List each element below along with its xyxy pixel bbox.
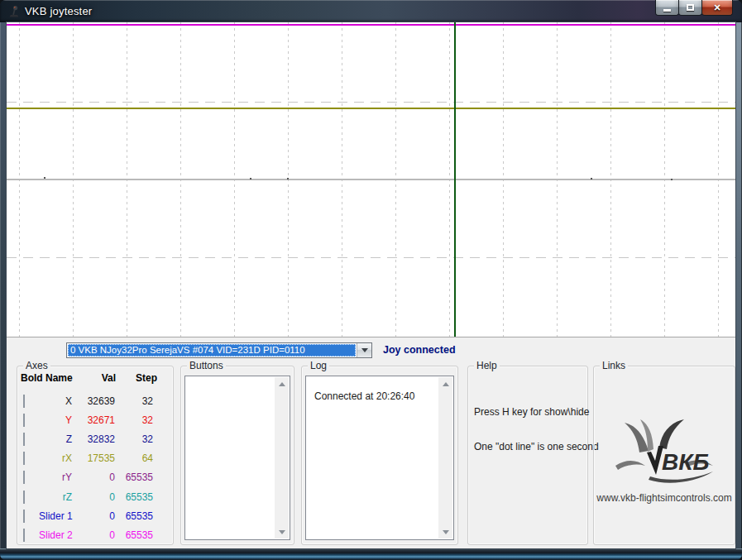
help-line-2: One "dot line" is one second (474, 441, 599, 452)
links-group-title: Links (600, 360, 628, 371)
axis-step: 32 (115, 395, 153, 407)
connection-status: Joy connected (383, 344, 456, 356)
axis-step: 32 (115, 433, 153, 445)
buttons-group-title: Buttons (187, 360, 226, 371)
axis-name: Slider 1 (39, 510, 72, 522)
log-list[interactable]: Connected at 20:26:40 (305, 376, 454, 540)
axes-table-header: Bold Name Val Step (17, 372, 173, 384)
col-header-bold: Bold (17, 372, 43, 384)
close-button[interactable]: ✕ (701, 0, 733, 16)
axis-step: 64 (115, 452, 153, 464)
axis-value: 32671 (72, 414, 115, 426)
axis-name: rZ (39, 491, 72, 503)
scroll-down-icon[interactable] (438, 525, 452, 538)
buttons-list-scrollbar[interactable] (275, 377, 289, 538)
axis-name: rY (39, 471, 72, 483)
axes-table-row: rY 0 65535 (17, 468, 173, 487)
quarter-grid-line (7, 257, 735, 258)
trace-jitter-dot (250, 178, 251, 179)
bold-checkbox[interactable] (23, 395, 25, 408)
scroll-up-icon[interactable] (275, 377, 289, 390)
buttons-group: Buttons (180, 366, 294, 545)
bold-checkbox[interactable] (23, 491, 25, 504)
bold-checkbox[interactable] (23, 414, 25, 427)
axis-step: 65535 (115, 510, 153, 522)
vkb-logo-text: ВКБ (662, 449, 709, 475)
vkb-website-link[interactable]: www.vkb-flightsimcontrols.com (594, 492, 735, 504)
axis-value: 17535 (72, 452, 115, 464)
axis-value: 0 (72, 491, 115, 503)
joystick-app-icon (7, 4, 21, 17)
maximize-icon (687, 4, 694, 11)
axis-step: 65535 (115, 471, 153, 483)
axis-name: Y (39, 414, 72, 426)
axis-step: 65535 (115, 529, 153, 541)
window-border-bottom (0, 548, 742, 560)
minimize-icon (663, 9, 671, 12)
axes-table-row: Slider 1 0 65535 (17, 506, 173, 525)
slider2-trace (7, 24, 735, 26)
axes-table-row: Y 32671 32 (17, 410, 173, 429)
quarter-grid-line (7, 102, 735, 103)
axes-plot (7, 22, 735, 337)
links-group: Links ВКБ www.vkb-flightsimcontrols.com (593, 366, 735, 545)
axes-table-row: rX 17535 64 (17, 449, 173, 468)
minimize-button[interactable] (655, 0, 679, 16)
axes-table-body: X 32639 32 Y 32671 32 Z 32832 32 rX 1753… (17, 391, 173, 545)
scroll-down-icon[interactable] (275, 525, 289, 538)
trace-jitter-dot (44, 177, 45, 179)
axes-table-row: X 32639 32 (17, 391, 173, 410)
trace-jitter-dot (671, 179, 673, 180)
client-area: 0 VKB NJoy32Pro SerejaVS #074 VID=231D P… (7, 22, 735, 548)
col-header-name: Name (43, 372, 82, 384)
scroll-up-icon[interactable] (438, 377, 452, 390)
dropdown-arrow-icon[interactable] (357, 343, 371, 357)
buttons-list[interactable] (184, 376, 290, 540)
axis-name: Slider 2 (39, 529, 72, 541)
axis-value: 0 (72, 529, 115, 541)
trace-jitter-dot (591, 178, 592, 179)
bold-checkbox[interactable] (23, 471, 25, 484)
axis-value: 32832 (72, 433, 115, 445)
axis-step: 32 (115, 414, 153, 426)
rx-trace (7, 108, 735, 109)
help-line-1: Press H key for show\hide (474, 406, 599, 418)
log-entry: Connected at 20:26:40 (306, 390, 453, 402)
center-grid-line (7, 179, 735, 180)
axis-value: 0 (72, 510, 115, 522)
window-border-right (735, 22, 742, 548)
col-header-step: Step (116, 372, 157, 384)
trace-jitter-dot (287, 178, 289, 179)
help-group: Help Press H key for show\hide One "dot … (467, 366, 588, 545)
axes-table-row: Slider 2 0 65535 (17, 525, 173, 544)
col-header-val: Val (82, 372, 116, 384)
axis-name: rX (39, 452, 72, 464)
axes-group: Axes Bold Name Val Step X 32639 32 Y 326… (17, 366, 174, 545)
axis-step: 65535 (115, 491, 153, 503)
log-list-scrollbar[interactable] (438, 377, 452, 538)
bold-checkbox[interactable] (23, 529, 25, 542)
help-group-title: Help (474, 360, 500, 371)
axes-table-row: Z 32832 32 (17, 429, 173, 448)
vkb-logo: ВКБ (612, 418, 716, 486)
time-cursor (454, 22, 456, 337)
bold-checkbox[interactable] (23, 510, 25, 523)
bold-checkbox[interactable] (23, 433, 25, 446)
axes-group-title: Axes (23, 360, 50, 371)
axis-value: 32639 (72, 395, 115, 407)
maximize-button[interactable] (678, 0, 702, 16)
log-group: Log Connected at 20:26:40 (301, 366, 458, 545)
window-title: VKB joytester (25, 5, 92, 17)
control-panel: 0 VKB NJoy32Pro SerejaVS #074 VID=231D P… (7, 337, 735, 548)
close-icon: ✕ (713, 3, 720, 12)
log-entries: Connected at 20:26:40 (306, 390, 453, 402)
bold-checkbox[interactable] (23, 452, 25, 465)
app-window: VKB joytester ✕ 0 VKB NJoy32Pro SerejaVS… (0, 0, 742, 560)
axes-table-row: rZ 0 65535 (17, 487, 173, 506)
axis-value: 0 (72, 471, 115, 483)
device-select[interactable]: 0 VKB NJoy32Pro SerejaVS #074 VID=231D P… (66, 342, 372, 358)
axis-name: X (39, 395, 72, 407)
window-border-left (0, 22, 7, 548)
titlebar[interactable]: VKB joytester ✕ (0, 0, 742, 22)
log-group-title: Log (308, 360, 329, 371)
